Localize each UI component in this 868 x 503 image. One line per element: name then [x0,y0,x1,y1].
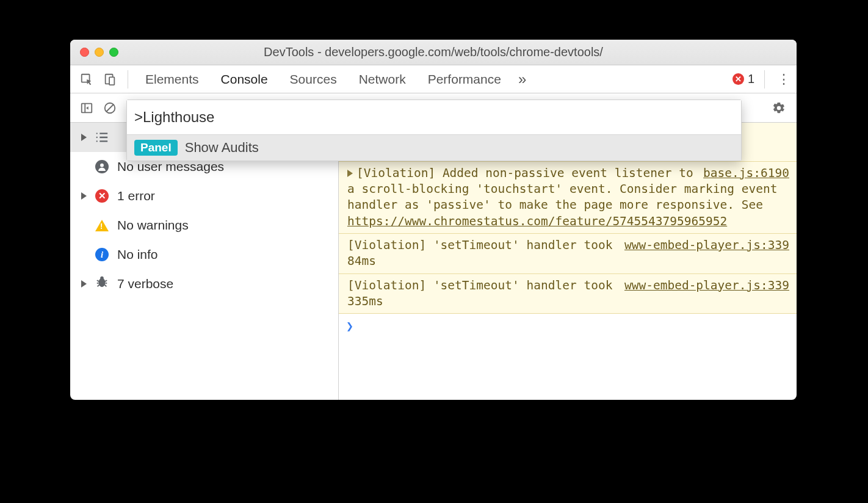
chevron-right-icon [81,134,87,141]
devtools-window: DevTools - developers.google.com/web/too… [70,40,797,400]
svg-rect-2 [109,77,114,85]
sidebar-item-info[interactable]: i No info [70,240,338,269]
log-entry[interactable]: www-embed-player.js:339 [Violation] 'set… [339,274,797,314]
error-icon: ✕ [95,189,109,203]
main-area: No user messages ✕ 1 error No warnings i… [70,123,797,400]
tab-console[interactable]: Console [210,65,279,93]
svg-line-21 [105,285,107,287]
tabs-overflow[interactable]: » [512,65,532,93]
log-link[interactable]: https://www.chromestatus.com/feature/574… [347,214,727,228]
log-entry[interactable]: base.js:6190 [Violation] Added non-passi… [339,162,797,234]
log-source[interactable]: base.js:6190 [703,165,789,181]
window-controls [80,48,118,57]
command-menu-result-label: Show Audits [185,140,259,156]
log-source[interactable]: www-embed-player.js:339 [624,278,789,294]
clear-console-icon[interactable] [101,99,119,117]
log-text: [Violation] 'setTimeout' handler took 84… [347,238,612,268]
svg-line-6 [107,104,114,111]
svg-point-13 [100,164,104,167]
error-count-text: 1 [748,72,754,86]
chevron-right-icon[interactable] [347,170,353,177]
close-icon[interactable] [80,48,89,57]
sidebar-item-errors[interactable]: ✕ 1 error [70,181,338,211]
panel-badge: Panel [134,140,178,156]
bug-icon [95,275,109,292]
svg-line-16 [97,280,99,281]
tab-elements[interactable]: Elements [134,65,210,93]
warning-icon [95,220,109,231]
chevron-right-icon [81,192,87,200]
sidebar-item-label: 7 verbose [117,277,173,291]
command-menu: Panel Show Audits [126,100,742,161]
log-source[interactable]: www-embed-player.js:339 [624,237,789,253]
sidebar-item-label: No warnings [117,218,189,233]
svg-line-20 [98,285,99,287]
sidebar-item-label: No info [117,247,158,262]
toggle-sidebar-icon[interactable] [78,99,96,117]
divider [764,70,765,89]
sidebar-item-label: 1 error [117,189,155,203]
console-prompt[interactable] [339,314,797,338]
device-toggle-icon[interactable] [101,70,119,89]
settings-gear-icon[interactable] [770,99,788,117]
command-menu-result[interactable]: Panel Show Audits [127,134,741,161]
console-log[interactable]: make the page more responsive. See https… [339,123,797,400]
tab-performance[interactable]: Performance [417,65,512,93]
error-count-badge[interactable]: ✕ 1 [732,72,754,86]
svg-line-17 [105,280,107,281]
divider [128,70,128,89]
tabs-bar: Elements Console Sources Network Perform… [70,65,797,93]
titlebar: DevTools - developers.google.com/web/too… [70,40,797,65]
error-icon: ✕ [732,73,744,85]
svg-point-15 [100,277,104,280]
tab-sources[interactable]: Sources [279,65,348,93]
sidebar-item-label: No user messages [117,159,224,174]
kebab-menu-icon[interactable]: ⋮ [776,71,792,87]
zoom-icon[interactable] [109,48,118,57]
log-entry[interactable]: www-embed-player.js:339 [Violation] 'set… [339,234,797,274]
console-sidebar: No user messages ✕ 1 error No warnings i… [70,123,339,400]
list-icon [95,131,109,144]
tab-network[interactable]: Network [348,65,417,93]
window-title: DevTools - developers.google.com/web/too… [70,45,797,59]
console-toolbar: Panel Show Audits [70,93,797,123]
sidebar-item-warnings[interactable]: No warnings [70,211,338,240]
log-text: [Violation] 'setTimeout' handler took 33… [347,278,612,308]
inspect-icon[interactable] [78,70,96,89]
info-icon: i [95,248,109,261]
user-icon [95,160,109,173]
minimize-icon[interactable] [95,48,104,57]
sidebar-item-verbose[interactable]: 7 verbose [70,269,338,299]
command-menu-input[interactable] [127,100,741,134]
chevron-right-icon [81,280,87,288]
